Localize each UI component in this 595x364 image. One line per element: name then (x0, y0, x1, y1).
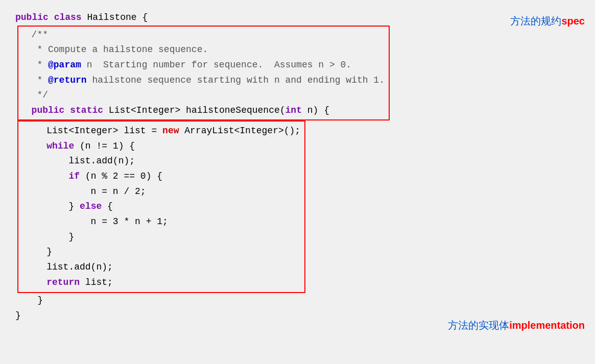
spec-chinese: 方法的规约 (510, 15, 561, 27)
keyword-public1: public (15, 12, 49, 22)
keyword-class: class (54, 12, 82, 22)
javadoc-param-text: n Starting number for sequence. Assumes … (81, 60, 351, 70)
javadoc-return-star: * (37, 75, 48, 85)
param-n: n (307, 105, 313, 115)
impl-box: List<Integer> list = new ArrayList<Integ… (17, 120, 305, 294)
keyword-static: static (70, 105, 103, 115)
class-name: Hailstone (87, 12, 136, 22)
javadoc-open: /** (32, 30, 48, 40)
keyword-return: return (46, 277, 80, 287)
javadoc-return-text: hailstone sequence starting with n and e… (87, 75, 385, 85)
spec-annotation: 方法的规约spec (510, 14, 585, 28)
impl-chinese: 方法的实现体 (448, 320, 509, 331)
return-type: List<Integer> (109, 105, 180, 115)
arraylist-type: ArrayList<Integer> (184, 126, 283, 136)
impl-english: implementation (509, 320, 585, 331)
keyword-else: else (80, 201, 102, 211)
javadoc-close: */ (37, 90, 48, 100)
impl-annotation: 方法的实现体implementation (448, 319, 585, 332)
param-tag: @param (48, 60, 81, 70)
keyword-if: if (68, 171, 80, 181)
keyword-while: while (46, 141, 74, 151)
spec-box: /** * Compute a hailstone sequence. * @p… (17, 26, 390, 120)
method-name: hailstoneSequence (186, 105, 280, 115)
list-type: List<Integer> (46, 126, 118, 136)
javadoc-param-star: * (37, 60, 48, 70)
return-tag: @return (48, 75, 87, 85)
code-display: public class Hailstone { /** * Compute a… (15, 10, 580, 324)
spec-english: spec (561, 15, 585, 27)
keyword-new: new (162, 126, 179, 136)
javadoc-desc: * Compute a hailstone sequence. (37, 44, 208, 55)
keyword-int: int (285, 105, 302, 115)
keyword-public2: public (32, 105, 65, 115)
code-container: 方法的规约spec 方法的实现体implementation public cl… (0, 0, 595, 364)
